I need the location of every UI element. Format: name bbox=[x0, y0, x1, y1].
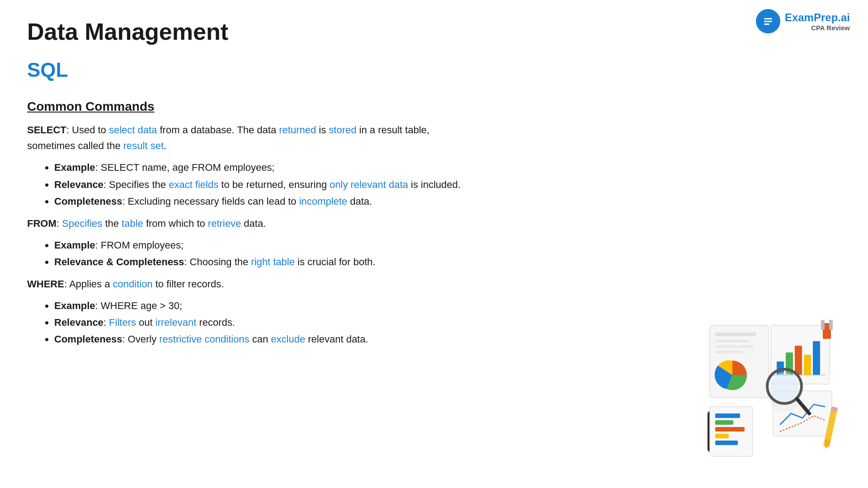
logo-text: ExamPrep.ai CPA Review bbox=[785, 11, 850, 32]
from-example-text: : FROM employees; bbox=[95, 239, 184, 251]
select-relevance-text1: : Specifies the bbox=[104, 179, 169, 190]
select-mid2: is bbox=[316, 124, 329, 136]
logo-brand-suffix: Prep.ai bbox=[814, 11, 850, 23]
select-relevance-link1: exact fields bbox=[169, 179, 218, 190]
logo-brand: ExamPrep.ai bbox=[785, 11, 850, 24]
select-mid: from a database. The data bbox=[157, 124, 279, 136]
select-example-text: : SELECT name, age FROM employees; bbox=[95, 162, 275, 173]
logo-area: ExamPrep.ai CPA Review bbox=[756, 9, 850, 33]
svg-rect-44 bbox=[715, 434, 729, 438]
svg-rect-41 bbox=[715, 413, 740, 418]
select-bullet-example: Example: SELECT name, age FROM employees… bbox=[54, 159, 470, 176]
from-relevance-text1: : Choosing the bbox=[184, 256, 251, 267]
from-intro: FROM: Specifies the table from which to … bbox=[27, 216, 470, 231]
from-keyword: FROM bbox=[27, 218, 57, 229]
where-bullet-relevance: Relevance: Filters out irrelevant record… bbox=[54, 314, 470, 331]
page-title: Data Management bbox=[27, 18, 470, 45]
where-example-label: Example bbox=[54, 300, 95, 311]
from-relevance-link: right table bbox=[251, 256, 295, 267]
svg-rect-45 bbox=[715, 441, 738, 445]
where-completeness-link1: restrictive conditions bbox=[159, 333, 249, 345]
from-relevance-text2: is crucial for both. bbox=[295, 256, 376, 267]
select-relevance-link2: only relevant data bbox=[330, 179, 408, 190]
select-link1: select data bbox=[109, 124, 157, 136]
where-bullet-example: Example: WHERE age > 30; bbox=[54, 297, 470, 314]
from-bullets: Example: FROM employees; Relevance & Com… bbox=[54, 237, 470, 271]
svg-rect-14 bbox=[804, 355, 811, 375]
svg-rect-5 bbox=[715, 333, 756, 336]
select-intro: SELECT: Used to select data from a datab… bbox=[27, 122, 470, 154]
where-example-text: : WHERE age > 30; bbox=[95, 300, 183, 311]
illustration: 793 bbox=[696, 316, 841, 470]
from-bullet-example: Example: FROM employees; bbox=[54, 237, 470, 253]
svg-rect-1 bbox=[764, 18, 772, 19]
svg-rect-7 bbox=[715, 345, 754, 348]
where-completeness-link2: exclude bbox=[271, 333, 305, 345]
svg-rect-2 bbox=[764, 21, 772, 22]
select-bullet-relevance: Relevance: Specifies the exact fields to… bbox=[54, 176, 470, 193]
svg-rect-43 bbox=[715, 427, 745, 432]
svg-rect-39 bbox=[829, 320, 833, 330]
select-bullet-completeness: Completeness: Excluding necessary fields… bbox=[54, 193, 470, 210]
where-completeness-text1: : Overly bbox=[122, 333, 159, 345]
select-keyword: SELECT bbox=[27, 124, 66, 136]
where-end-text: to filter records. bbox=[153, 278, 224, 290]
from-end: data. bbox=[241, 218, 266, 229]
from-link2: table bbox=[122, 218, 143, 229]
select-link4: result set bbox=[123, 140, 164, 151]
select-example-label: Example bbox=[54, 162, 95, 173]
where-relevance-text3: records. bbox=[196, 317, 235, 328]
where-bullet-completeness: Completeness: Overly restrictive conditi… bbox=[54, 331, 470, 347]
logo-icon bbox=[756, 9, 780, 33]
select-bullets: Example: SELECT name, age FROM employees… bbox=[54, 159, 470, 210]
select-completeness-link: incomplete bbox=[299, 196, 347, 207]
from-bullet-relevance: Relevance & Completeness: Choosing the r… bbox=[54, 253, 470, 270]
where-relevance-link2: irrelevant bbox=[156, 317, 196, 328]
where-keyword: WHERE bbox=[27, 278, 64, 290]
select-intro-text: : Used to bbox=[66, 124, 109, 136]
svg-rect-13 bbox=[795, 346, 802, 375]
section-title: SQL bbox=[27, 59, 470, 81]
from-link3: retrieve bbox=[208, 218, 241, 229]
select-final: . bbox=[164, 140, 166, 151]
from-colon: : bbox=[57, 218, 62, 229]
page-content: Data Management SQL Common Commands SELE… bbox=[0, 0, 497, 371]
where-completeness-text2: can bbox=[250, 333, 271, 345]
where-bullets: Example: WHERE age > 30; Relevance: Filt… bbox=[54, 297, 470, 348]
select-completeness-text2: data. bbox=[347, 196, 372, 207]
logo-sub: CPA Review bbox=[811, 24, 850, 32]
svg-rect-15 bbox=[813, 341, 820, 375]
svg-rect-3 bbox=[764, 23, 769, 25]
from-link1: Specifies bbox=[62, 218, 102, 229]
select-completeness-text1: : Excluding necessary fields can lead to bbox=[122, 196, 299, 207]
svg-rect-8 bbox=[715, 351, 742, 353]
select-link2: returned bbox=[279, 124, 316, 136]
svg-point-20 bbox=[770, 372, 798, 400]
select-relevance-text3: is included. bbox=[408, 179, 461, 190]
select-link3: stored bbox=[329, 124, 356, 136]
where-completeness-text3: relevant data. bbox=[305, 333, 368, 345]
select-completeness-label: Completeness bbox=[54, 196, 122, 207]
from-example-label: Example bbox=[54, 239, 95, 251]
select-relevance-label: Relevance bbox=[54, 179, 104, 190]
where-relevance-label: Relevance bbox=[54, 317, 104, 328]
from-mid: the bbox=[102, 218, 122, 229]
svg-rect-6 bbox=[715, 340, 749, 343]
select-relevance-text2: to be returned, ensuring bbox=[218, 179, 330, 190]
where-completeness-label: Completeness bbox=[54, 333, 122, 345]
svg-rect-42 bbox=[715, 420, 733, 425]
where-colon-text: : Applies a bbox=[64, 278, 113, 290]
from-relevance-label: Relevance & Completeness bbox=[54, 256, 184, 267]
where-relevance-text2: out bbox=[136, 317, 156, 328]
where-link1: condition bbox=[113, 278, 153, 290]
common-commands-heading: Common Commands bbox=[27, 99, 470, 114]
where-relevance-link1: Filters bbox=[109, 317, 136, 328]
where-intro: WHERE: Applies a condition to filter rec… bbox=[27, 276, 470, 292]
svg-rect-38 bbox=[821, 320, 825, 330]
where-relevance-text1: : bbox=[104, 317, 109, 328]
from-mid2: from which to bbox=[143, 218, 208, 229]
logo-brand-prefix: Exam bbox=[785, 11, 814, 23]
